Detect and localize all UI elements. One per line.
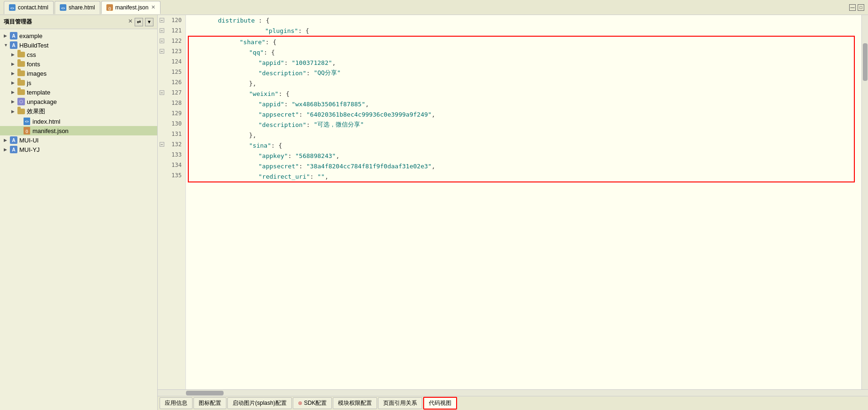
box-icon-unpackage: ⬡ xyxy=(17,98,25,105)
sidebar-collapse-button[interactable]: ⇄ xyxy=(135,18,143,26)
tree-item-mui-ui[interactable]: ▶ A MUI-UI xyxy=(0,135,157,145)
tab-sdk-config[interactable]: ⊗ SDK配置 xyxy=(293,397,332,409)
line-num-129: 129 xyxy=(158,108,185,118)
tab-splash-config[interactable]: 启动图片(splash)配置 xyxy=(227,397,292,409)
sidebar-menu-button[interactable]: ▼ xyxy=(145,18,153,26)
line-numbers: − 120 − 121 − 122 − 123 124 xyxy=(158,15,186,389)
tree-item-index-html[interactable]: <> index.html xyxy=(0,117,157,126)
fold-button-122[interactable]: − xyxy=(160,39,164,43)
line-num-120: − 120 xyxy=(158,15,185,25)
tree-label-effects: 效果图 xyxy=(27,107,45,116)
h-scrollbar-thumb[interactable] xyxy=(186,391,224,395)
tree-item-images[interactable]: ▶ images xyxy=(0,69,157,78)
tree-label-manifest-json: manifest.json xyxy=(32,127,69,134)
tab-page-ref[interactable]: 页面引用关系 xyxy=(378,397,422,409)
line-num-132: − 132 xyxy=(158,139,185,150)
sdk-warning-icon: ⊗ xyxy=(298,400,302,406)
tree-item-template[interactable]: ▶ template xyxy=(0,87,157,97)
tab-app-info-label: 应用信息 xyxy=(165,399,187,407)
tree-label-index-html: index.html xyxy=(32,118,60,125)
tree-item-fonts[interactable]: ▶ fonts xyxy=(0,59,157,69)
tab-icon-config[interactable]: 图标配置 xyxy=(193,397,226,409)
tab-share-label: share.html xyxy=(69,4,95,11)
html-file-icon: <> xyxy=(9,4,16,11)
fold-button-120[interactable]: − xyxy=(160,18,164,23)
tree-item-example[interactable]: ▶ A example xyxy=(0,31,157,40)
arrow-manifest-json xyxy=(17,128,23,133)
code-line-134: "appsecret" : "38a4f8204cc784f81f9f0daaf… xyxy=(189,161,854,171)
code-line-129: "appsecret" : "64020361b8ec4c99936c0e399… xyxy=(189,109,854,119)
arrow-example: ▶ xyxy=(4,33,9,38)
sidebar-header: 项目管理器 ✕ ⇄ ▼ xyxy=(0,15,157,29)
editor-content: − 120 − 121 − 122 − 123 124 xyxy=(158,15,868,389)
project-icon-mui-yj: A xyxy=(9,146,18,153)
tree-label-js: js xyxy=(27,79,31,87)
tab-page-ref-label: 页面引用关系 xyxy=(383,399,417,407)
window-controls: — □ xyxy=(849,4,868,11)
tree-item-mui-yj[interactable]: ▶ A MUI-YJ xyxy=(0,145,157,154)
arrow-mui-ui: ▶ xyxy=(4,138,9,142)
tree-item-unpackage[interactable]: ▶ ⬡ unpackage xyxy=(0,97,157,106)
line-num-121: − 121 xyxy=(158,25,185,36)
sidebar: 项目管理器 ✕ ⇄ ▼ ▶ A example ▼ A HBuildTest xyxy=(0,15,158,410)
tab-manifest-json[interactable]: {} manifest.json ✕ xyxy=(101,1,161,14)
svg-text:<>: <> xyxy=(10,7,14,10)
html-file-icon-index: <> xyxy=(23,118,31,125)
line-num-126: 126 xyxy=(158,77,185,87)
maximize-button[interactable]: □ xyxy=(858,4,864,11)
line-num-122: − 122 xyxy=(158,36,185,46)
fold-button-121[interactable]: − xyxy=(160,28,164,33)
line-num-128: 128 xyxy=(158,98,185,108)
minimize-button[interactable]: — xyxy=(849,4,856,11)
tree-label-template: template xyxy=(27,89,50,96)
tree-label-hbuildtest: HBuildTest xyxy=(19,42,48,49)
arrow-effects: ▶ xyxy=(11,109,17,114)
code-line-126: }, xyxy=(189,78,854,88)
arrow-index-html xyxy=(17,119,23,124)
tree-item-js[interactable]: ▶ js xyxy=(0,78,157,87)
tree-label-example: example xyxy=(19,32,42,39)
tree-item-css[interactable]: ▶ css xyxy=(0,50,157,59)
line-num-134: 134 xyxy=(158,160,185,170)
horizontal-scrollbar[interactable] xyxy=(158,389,868,396)
folder-icon-fonts xyxy=(17,60,25,68)
folder-icon-js xyxy=(17,79,25,87)
tree-label-images: images xyxy=(27,70,47,77)
code-body[interactable]: distribute : { "plugins" : { "share" xyxy=(186,15,861,389)
code-line-123: "qq" : { xyxy=(189,47,854,57)
tab-code-view[interactable]: 代码视图 xyxy=(423,397,457,410)
tab-contact-html[interactable]: <> contact.html xyxy=(4,1,54,14)
code-line-120: distribute : { xyxy=(186,15,861,25)
arrow-template: ▶ xyxy=(11,90,17,95)
json-file-icon-manifest: {} xyxy=(23,127,31,134)
tree-item-effects[interactable]: ▶ 效果图 xyxy=(0,106,157,117)
tab-close-button[interactable]: ✕ xyxy=(151,4,155,10)
svg-text:{}: {} xyxy=(108,7,111,10)
scrollbar-thumb[interactable] xyxy=(863,43,868,81)
code-line-122: "share" : { xyxy=(189,37,854,47)
fold-button-123[interactable]: − xyxy=(160,49,164,54)
arrow-unpackage: ▶ xyxy=(11,99,17,104)
line-num-133: 133 xyxy=(158,150,185,160)
tree-label-mui-yj: MUI-YJ xyxy=(19,146,40,153)
tab-share-html[interactable]: <> share.html xyxy=(55,1,100,14)
code-line-121: "plugins" : { xyxy=(186,25,861,36)
tree-item-hbuildtest[interactable]: ▼ A HBuildTest xyxy=(0,40,157,50)
tree-item-manifest-json[interactable]: {} manifest.json xyxy=(0,126,157,135)
sidebar-title: 项目管理器 xyxy=(4,18,32,26)
editor-scrollbar[interactable] xyxy=(861,15,868,389)
tab-icon-config-label: 图标配置 xyxy=(199,399,221,407)
arrow-css: ▶ xyxy=(11,52,17,57)
tab-module-config[interactable]: 模块权限配置 xyxy=(333,397,377,409)
folder-icon-effects xyxy=(17,108,25,115)
line-num-127: − 127 xyxy=(158,87,185,98)
sidebar-close-icon: ✕ xyxy=(128,18,133,26)
editor-area: − 120 − 121 − 122 − 123 124 xyxy=(158,15,868,410)
fold-button-132[interactable]: − xyxy=(160,142,164,147)
code-line-127: "weixin" : { xyxy=(189,88,854,99)
tab-splash-config-label: 启动图片(splash)配置 xyxy=(233,399,287,407)
line-num-123: − 123 xyxy=(158,46,185,56)
fold-button-127[interactable]: − xyxy=(160,90,164,95)
tree-label-fonts: fonts xyxy=(27,61,40,68)
tab-app-info[interactable]: 应用信息 xyxy=(160,397,193,409)
